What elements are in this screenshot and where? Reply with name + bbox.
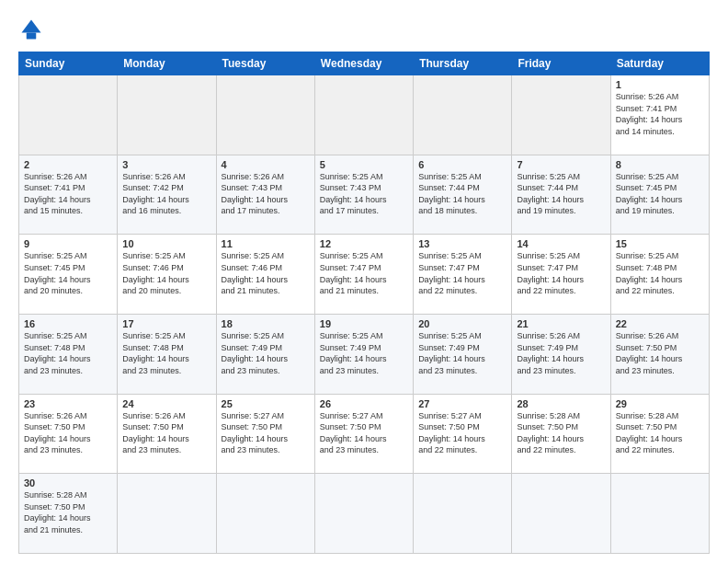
day-number: 15 bbox=[616, 238, 704, 249]
day-number: 8 bbox=[616, 159, 704, 170]
calendar-cell: 30Sunrise: 5:28 AM Sunset: 7:50 PM Dayli… bbox=[19, 474, 118, 554]
calendar-cell: 22Sunrise: 5:26 AM Sunset: 7:50 PM Dayli… bbox=[610, 314, 709, 394]
calendar-cell: 25Sunrise: 5:27 AM Sunset: 7:50 PM Dayli… bbox=[216, 394, 314, 474]
weekday-wednesday: Wednesday bbox=[314, 52, 413, 75]
day-info: Sunrise: 5:25 AM Sunset: 7:43 PM Dayligh… bbox=[320, 171, 408, 217]
day-info: Sunrise: 5:27 AM Sunset: 7:50 PM Dayligh… bbox=[222, 410, 310, 456]
day-number: 30 bbox=[24, 477, 112, 488]
day-number: 14 bbox=[517, 238, 605, 249]
day-info: Sunrise: 5:25 AM Sunset: 7:49 PM Dayligh… bbox=[418, 330, 506, 376]
calendar-cell: 11Sunrise: 5:25 AM Sunset: 7:46 PM Dayli… bbox=[216, 235, 314, 315]
calendar-cell: 26Sunrise: 5:27 AM Sunset: 7:50 PM Dayli… bbox=[314, 394, 413, 474]
day-number: 21 bbox=[517, 318, 605, 329]
calendar-row: 16Sunrise: 5:25 AM Sunset: 7:48 PM Dayli… bbox=[19, 314, 710, 394]
day-info: Sunrise: 5:27 AM Sunset: 7:50 PM Dayligh… bbox=[320, 410, 408, 456]
weekday-sunday: Sunday bbox=[19, 52, 118, 75]
logo bbox=[18, 17, 48, 42]
calendar-cell: 8Sunrise: 5:25 AM Sunset: 7:45 PM Daylig… bbox=[610, 155, 709, 235]
calendar-cell: 2Sunrise: 5:26 AM Sunset: 7:41 PM Daylig… bbox=[19, 155, 118, 235]
calendar-cell: 24Sunrise: 5:26 AM Sunset: 7:50 PM Dayli… bbox=[118, 394, 216, 474]
calendar-cell: 5Sunrise: 5:25 AM Sunset: 7:43 PM Daylig… bbox=[314, 155, 413, 235]
header bbox=[18, 17, 710, 42]
weekday-tuesday: Tuesday bbox=[216, 52, 314, 75]
day-number: 12 bbox=[320, 238, 408, 249]
day-info: Sunrise: 5:25 AM Sunset: 7:45 PM Dayligh… bbox=[24, 250, 112, 296]
day-info: Sunrise: 5:25 AM Sunset: 7:44 PM Dayligh… bbox=[418, 171, 506, 217]
day-info: Sunrise: 5:26 AM Sunset: 7:43 PM Dayligh… bbox=[222, 171, 310, 217]
calendar-cell: 3Sunrise: 5:26 AM Sunset: 7:42 PM Daylig… bbox=[118, 155, 216, 235]
calendar-cell: 10Sunrise: 5:25 AM Sunset: 7:46 PM Dayli… bbox=[118, 235, 216, 315]
calendar-cell: 14Sunrise: 5:25 AM Sunset: 7:47 PM Dayli… bbox=[512, 235, 610, 315]
day-number: 1 bbox=[616, 79, 704, 90]
calendar-cell bbox=[216, 75, 314, 155]
day-info: Sunrise: 5:25 AM Sunset: 7:47 PM Dayligh… bbox=[418, 250, 506, 296]
calendar-row: 23Sunrise: 5:26 AM Sunset: 7:50 PM Dayli… bbox=[19, 394, 710, 474]
calendar-cell: 23Sunrise: 5:26 AM Sunset: 7:50 PM Dayli… bbox=[19, 394, 118, 474]
calendar-cell: 17Sunrise: 5:25 AM Sunset: 7:48 PM Dayli… bbox=[118, 314, 216, 394]
calendar-cell: 28Sunrise: 5:28 AM Sunset: 7:50 PM Dayli… bbox=[512, 394, 610, 474]
day-info: Sunrise: 5:25 AM Sunset: 7:47 PM Dayligh… bbox=[517, 250, 605, 296]
calendar-cell bbox=[414, 474, 512, 554]
calendar-cell: 27Sunrise: 5:27 AM Sunset: 7:50 PM Dayli… bbox=[414, 394, 512, 474]
weekday-friday: Friday bbox=[512, 52, 610, 75]
day-info: Sunrise: 5:28 AM Sunset: 7:50 PM Dayligh… bbox=[616, 410, 704, 456]
day-info: Sunrise: 5:27 AM Sunset: 7:50 PM Dayligh… bbox=[418, 410, 506, 456]
day-number: 11 bbox=[222, 238, 310, 249]
day-info: Sunrise: 5:25 AM Sunset: 7:47 PM Dayligh… bbox=[320, 250, 408, 296]
day-number: 5 bbox=[320, 159, 408, 170]
day-info: Sunrise: 5:25 AM Sunset: 7:44 PM Dayligh… bbox=[517, 171, 605, 217]
calendar-row: 9Sunrise: 5:25 AM Sunset: 7:45 PM Daylig… bbox=[19, 235, 710, 315]
day-number: 20 bbox=[418, 318, 506, 329]
weekday-monday: Monday bbox=[118, 52, 216, 75]
calendar-cell bbox=[314, 75, 413, 155]
day-info: Sunrise: 5:26 AM Sunset: 7:50 PM Dayligh… bbox=[122, 410, 210, 456]
calendar-cell: 15Sunrise: 5:25 AM Sunset: 7:48 PM Dayli… bbox=[610, 235, 709, 315]
calendar-row: 1Sunrise: 5:26 AM Sunset: 7:41 PM Daylig… bbox=[19, 75, 710, 155]
day-number: 26 bbox=[320, 398, 408, 409]
day-number: 3 bbox=[122, 159, 210, 170]
day-number: 22 bbox=[616, 318, 704, 329]
day-number: 9 bbox=[24, 238, 112, 249]
calendar-cell: 13Sunrise: 5:25 AM Sunset: 7:47 PM Dayli… bbox=[414, 235, 512, 315]
day-number: 7 bbox=[517, 159, 605, 170]
svg-marker-0 bbox=[22, 20, 41, 33]
calendar-cell: 4Sunrise: 5:26 AM Sunset: 7:43 PM Daylig… bbox=[216, 155, 314, 235]
day-info: Sunrise: 5:26 AM Sunset: 7:49 PM Dayligh… bbox=[517, 330, 605, 376]
day-info: Sunrise: 5:26 AM Sunset: 7:41 PM Dayligh… bbox=[616, 91, 704, 137]
calendar-cell bbox=[512, 75, 610, 155]
day-info: Sunrise: 5:25 AM Sunset: 7:48 PM Dayligh… bbox=[616, 250, 704, 296]
day-info: Sunrise: 5:26 AM Sunset: 7:50 PM Dayligh… bbox=[24, 410, 112, 456]
day-number: 17 bbox=[122, 318, 210, 329]
calendar-row: 30Sunrise: 5:28 AM Sunset: 7:50 PM Dayli… bbox=[19, 474, 710, 554]
calendar-cell: 29Sunrise: 5:28 AM Sunset: 7:50 PM Dayli… bbox=[610, 394, 709, 474]
calendar-cell: 18Sunrise: 5:25 AM Sunset: 7:49 PM Dayli… bbox=[216, 314, 314, 394]
day-number: 10 bbox=[122, 238, 210, 249]
calendar-cell bbox=[314, 474, 413, 554]
day-number: 29 bbox=[616, 398, 704, 409]
day-info: Sunrise: 5:25 AM Sunset: 7:48 PM Dayligh… bbox=[122, 330, 210, 376]
weekday-thursday: Thursday bbox=[414, 52, 512, 75]
calendar-cell bbox=[19, 75, 118, 155]
calendar-cell bbox=[414, 75, 512, 155]
calendar-cell: 9Sunrise: 5:25 AM Sunset: 7:45 PM Daylig… bbox=[19, 235, 118, 315]
calendar-cell: 1Sunrise: 5:26 AM Sunset: 7:41 PM Daylig… bbox=[610, 75, 709, 155]
calendar-cell: 7Sunrise: 5:25 AM Sunset: 7:44 PM Daylig… bbox=[512, 155, 610, 235]
day-number: 25 bbox=[222, 398, 310, 409]
calendar-cell bbox=[610, 474, 709, 554]
day-number: 2 bbox=[24, 159, 112, 170]
day-number: 4 bbox=[222, 159, 310, 170]
day-number: 13 bbox=[418, 238, 506, 249]
day-info: Sunrise: 5:26 AM Sunset: 7:42 PM Dayligh… bbox=[122, 171, 210, 217]
weekday-header-row: SundayMondayTuesdayWednesdayThursdayFrid… bbox=[19, 52, 710, 75]
day-number: 28 bbox=[517, 398, 605, 409]
weekday-saturday: Saturday bbox=[610, 52, 709, 75]
calendar: SundayMondayTuesdayWednesdayThursdayFrid… bbox=[18, 52, 710, 554]
day-number: 19 bbox=[320, 318, 408, 329]
calendar-cell bbox=[512, 474, 610, 554]
day-number: 27 bbox=[418, 398, 506, 409]
day-info: Sunrise: 5:25 AM Sunset: 7:45 PM Dayligh… bbox=[616, 171, 704, 217]
calendar-cell: 12Sunrise: 5:25 AM Sunset: 7:47 PM Dayli… bbox=[314, 235, 413, 315]
calendar-cell: 19Sunrise: 5:25 AM Sunset: 7:49 PM Dayli… bbox=[314, 314, 413, 394]
calendar-cell: 21Sunrise: 5:26 AM Sunset: 7:49 PM Dayli… bbox=[512, 314, 610, 394]
day-info: Sunrise: 5:25 AM Sunset: 7:49 PM Dayligh… bbox=[222, 330, 310, 376]
